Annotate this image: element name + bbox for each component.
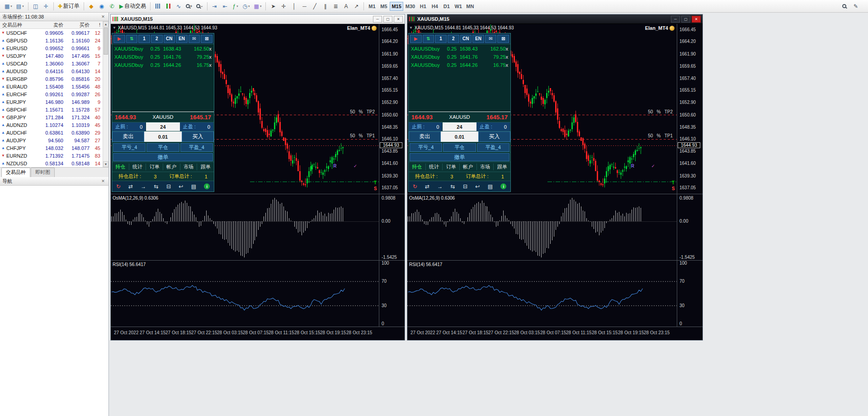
market-watch-row[interactable]: ▲EURAUD1.554081.5545648 — [0, 83, 103, 90]
scroll-down-icon[interactable]: ▼ — [103, 161, 108, 167]
market-watch-row[interactable]: ▼EURNZD1.713921.7147583 — [0, 152, 103, 159]
window-restore-button[interactable]: ▢ — [681, 16, 690, 23]
close-position-button[interactable]: x — [506, 62, 509, 68]
market-watch-scrollbar[interactable]: ▲ ▼ — [103, 21, 108, 167]
panel-tab[interactable]: 跟单 — [494, 164, 510, 170]
refresh-icon[interactable]: ↻ — [413, 183, 417, 190]
panel-tab[interactable]: 持仓 — [409, 164, 426, 170]
market-watch-row[interactable]: ▼USDJPY147.480147.49515 — [0, 52, 103, 60]
crosshair-button[interactable]: ✛ — [278, 1, 288, 11]
panel-mail-button[interactable]: ✉ — [189, 35, 200, 43]
pane-splitter[interactable] — [407, 327, 703, 327]
zoom-in-button[interactable]: + — [184, 1, 194, 11]
close-all-button[interactable]: 平仓 — [146, 143, 179, 152]
panel-preset-2-button[interactable]: 2 — [448, 35, 459, 43]
close-icon[interactable]: ✕ — [100, 14, 106, 20]
profiles-button[interactable]: ▤▾ — [14, 1, 26, 11]
take-profit-field[interactable]: 止盈 :0 — [180, 122, 214, 131]
stop-loss-field[interactable]: 止损 :0 — [112, 122, 146, 131]
time-axis[interactable]: 27 Oct 202227 Oct 14:1527 Oct 18:1527 Oc… — [111, 327, 405, 340]
pane-splitter[interactable] — [111, 260, 405, 261]
market-watch-row[interactable]: ▲GBPCHF1.156711.1572857 — [0, 106, 103, 113]
scroll-up-icon[interactable]: ▲ — [103, 21, 108, 27]
panel-tab[interactable]: 跟单 — [197, 164, 214, 170]
buy-button[interactable]: 买入 — [182, 131, 214, 142]
support-button[interactable]: ✆ — [107, 1, 117, 11]
buy-button[interactable]: 买入 — [478, 131, 510, 142]
channel-button[interactable]: ∥ — [320, 1, 330, 11]
column-ask[interactable]: 买价 — [65, 22, 91, 28]
scroll-thumb[interactable] — [104, 28, 108, 55]
undo-icon[interactable]: ↩ — [179, 183, 183, 190]
forward-icon[interactable]: → — [437, 183, 443, 190]
panel-close-panel-button[interactable]: ⊠ — [497, 35, 509, 43]
window-minimize-button[interactable]: ─ — [671, 16, 680, 23]
panel-tab[interactable]: 统计 — [129, 164, 146, 170]
market-watch-row[interactable]: ▼GBPJPY171.284171.32440 — [0, 113, 103, 121]
cancel-orders-button[interactable]: 撤单 — [410, 153, 509, 161]
close-losing-button[interactable]: 平亏_4 — [113, 143, 146, 152]
chart-window-titlebar[interactable]: XAUUSD,M15 ─ ▢ ✕ — [111, 14, 405, 24]
timeframe-m1-button[interactable]: M1 — [366, 2, 377, 11]
timeframe-h4-button[interactable]: H4 — [429, 2, 440, 11]
info-icon[interactable]: i — [204, 183, 210, 189]
market-watch-row[interactable]: ▲EURCHF0.992610.9928726 — [0, 90, 103, 98]
text-label-button[interactable]: A — [341, 1, 351, 11]
close-position-button[interactable]: x — [209, 62, 212, 68]
panel-play-button[interactable]: ▶ — [113, 35, 125, 43]
window-close-button[interactable]: ✕ — [692, 16, 701, 23]
timeframe-h1-button[interactable]: H1 — [417, 2, 429, 11]
templates-button[interactable]: ▦▾ — [252, 1, 264, 11]
close-position-button[interactable]: x — [209, 46, 212, 51]
column-symbol[interactable]: 交易品种 — [0, 22, 39, 28]
pane-splitter[interactable] — [111, 194, 405, 194]
collapse-icon[interactable]: ⊟ — [463, 183, 467, 190]
arrow-objects-button[interactable]: ↗ — [351, 1, 361, 11]
panel-preset-2-button[interactable]: 2 — [151, 35, 163, 43]
line-chart-button[interactable]: ∿ — [174, 1, 184, 11]
osma-pane[interactable]: OsMA(12,26,9) 0.6306 — [111, 194, 405, 260]
market-watch-row[interactable]: ▲AUDNZD1.102741.1031945 — [0, 121, 103, 129]
time-axis[interactable]: 27 Oct 202227 Oct 14:1527 Oct 18:1527 Oc… — [407, 327, 703, 340]
panel-tab[interactable]: 订单 — [146, 164, 163, 170]
market-watch-row[interactable]: ▲NZDUSD0.581340.5814814 — [0, 159, 103, 167]
panel-tab[interactable]: 统计 — [426, 164, 443, 170]
autotrading-button[interactable]: ▶自动交易 — [118, 1, 148, 11]
sell-button[interactable]: 卖出 — [112, 131, 144, 142]
vertical-line-button[interactable]: │ — [289, 1, 299, 11]
market-watch-row[interactable]: ▲AUDUSD0.641160.6413014 — [0, 67, 103, 75]
collapse-icon[interactable]: ⊟ — [166, 183, 171, 190]
search-button[interactable] — [839, 1, 849, 11]
timeframe-d1-button[interactable]: D1 — [441, 2, 452, 11]
timeframe-mn-button[interactable]: MN — [464, 2, 476, 11]
zoom-out-button[interactable]: − — [194, 1, 204, 11]
market-watch-row[interactable]: ▲AUDCHF0.638610.6389029 — [0, 129, 103, 136]
swap-icon[interactable]: ⇄ — [128, 183, 133, 190]
market-watch-column-header[interactable]: 交易品种 卖价 买价 ! — [0, 21, 108, 29]
close-icon[interactable]: ✕ — [100, 178, 106, 184]
candlestick-chart-button[interactable] — [163, 1, 173, 11]
price-scale[interactable]: 1666.451664.201661.901659.651657.401655.… — [677, 24, 703, 340]
market-watch-row[interactable]: ▲USDCAD1.360601.360677 — [0, 60, 103, 67]
market-watch-row[interactable]: ▲AUDJPY94.56094.58727 — [0, 136, 103, 144]
refresh-icon[interactable]: ↻ — [116, 183, 121, 190]
panel-tab[interactable]: 帐户 — [163, 164, 180, 170]
exchange-icon[interactable]: ⇆ — [154, 183, 159, 190]
price-chart-pane[interactable]: ▼ XAUUSD,M15 1644.81 1645.33 1644.53 164… — [407, 24, 703, 194]
panel-tab[interactable]: 市场 — [477, 164, 494, 170]
horizontal-line-button[interactable]: ─ — [299, 1, 309, 11]
sell-button[interactable]: 卖出 — [409, 131, 441, 142]
stop-loss-field[interactable]: 止损 :0 — [409, 122, 443, 131]
column-spread[interactable]: ! — [91, 22, 103, 28]
panel-sync-button[interactable]: ⇅ — [126, 35, 138, 43]
pane-splitter[interactable] — [111, 327, 405, 327]
trendline-button[interactable]: ╱ — [310, 1, 320, 11]
panel-lang-en-button[interactable]: EN — [176, 35, 188, 43]
panel-sync-button[interactable]: ⇅ — [423, 35, 434, 43]
close-all-button[interactable]: 平仓 — [443, 143, 476, 152]
market-watch-tab[interactable]: 即时图 — [31, 168, 55, 177]
panel-play-button[interactable]: ▶ — [410, 35, 422, 43]
report-icon[interactable]: ▤ — [191, 183, 196, 190]
market-watch-row[interactable]: ▲GBPUSD1.161361.1616024 — [0, 37, 103, 44]
pane-splitter[interactable] — [407, 194, 703, 194]
